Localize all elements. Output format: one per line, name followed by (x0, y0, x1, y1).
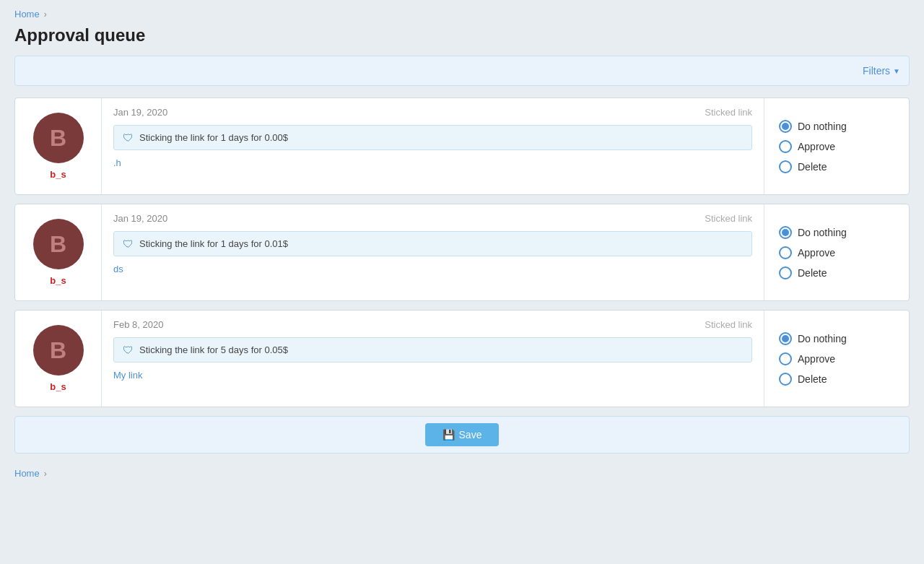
avatar: B (33, 219, 84, 269)
breadcrumb-home-link[interactable]: Home (14, 9, 40, 19)
save-button[interactable]: 💾 Save (425, 423, 500, 446)
filters-button[interactable]: Filters ▼ (863, 65, 900, 77)
radio-circle[interactable] (779, 332, 792, 345)
radio-circle[interactable] (779, 352, 792, 365)
actions-col: Do nothing Approve Delete (764, 98, 909, 194)
bottom-breadcrumb: Home › (14, 468, 910, 479)
queue-item: B b_s Feb 8, 2020 Sticked link 🛡 Stickin… (14, 310, 910, 407)
chevron-down-icon: ▼ (893, 67, 900, 75)
link-text[interactable]: My link (113, 370, 752, 381)
radio-circle[interactable] (779, 266, 792, 279)
radio-label: Delete (798, 373, 827, 385)
page-title: Approval queue (14, 25, 910, 45)
bottom-breadcrumb-home-link[interactable]: Home (14, 468, 40, 479)
item-date: Jan 19, 2020 (113, 213, 167, 224)
save-label: Save (459, 429, 482, 441)
content-col: Jan 19, 2020 Sticked link 🛡 Sticking the… (102, 98, 764, 194)
queue-item: B b_s Jan 19, 2020 Sticked link 🛡 Sticki… (14, 97, 910, 195)
radio-circle[interactable] (779, 140, 792, 153)
username: b_s (50, 381, 66, 392)
item-date: Jan 19, 2020 (113, 107, 167, 118)
item-type: Sticked link (705, 213, 752, 224)
radio-circle[interactable] (779, 120, 792, 133)
queue-item: B b_s Jan 19, 2020 Sticked link 🛡 Sticki… (14, 204, 910, 301)
user-col: B b_s (15, 204, 102, 300)
sticking-box: 🛡 Sticking the link for 1 days for 0.01$ (113, 231, 752, 256)
username: b_s (50, 169, 66, 180)
radio-label: Approve (798, 141, 835, 152)
sticking-box: 🛡 Sticking the link for 1 days for 0.00$ (113, 125, 752, 150)
radio-circle[interactable] (779, 160, 792, 173)
item-type: Sticked link (705, 319, 752, 330)
shield-icon: 🛡 (123, 344, 134, 356)
save-icon: 💾 (443, 429, 455, 441)
radio-option[interactable]: Do nothing (779, 226, 894, 239)
radio-circle[interactable] (779, 373, 792, 386)
queue-container: B b_s Jan 19, 2020 Sticked link 🛡 Sticki… (14, 97, 910, 407)
radio-label: Do nothing (798, 333, 847, 344)
avatar: B (33, 113, 84, 163)
radio-circle[interactable] (779, 226, 792, 239)
radio-option[interactable]: Approve (779, 246, 894, 259)
save-bar: 💾 Save (14, 416, 910, 454)
content-col: Feb 8, 2020 Sticked link 🛡 Sticking the … (102, 311, 764, 407)
sticking-text: Sticking the link for 1 days for 0.01$ (139, 238, 288, 249)
radio-option[interactable]: Approve (779, 352, 894, 365)
item-header: Feb 8, 2020 Sticked link (113, 319, 752, 330)
user-col: B b_s (15, 311, 102, 407)
user-col: B b_s (15, 98, 102, 194)
item-header: Jan 19, 2020 Sticked link (113, 213, 752, 224)
radio-circle[interactable] (779, 246, 792, 259)
content-col: Jan 19, 2020 Sticked link 🛡 Sticking the… (102, 204, 764, 300)
item-date: Feb 8, 2020 (113, 319, 163, 330)
shield-icon: 🛡 (123, 131, 134, 144)
sticking-text: Sticking the link for 1 days for 0.00$ (139, 132, 288, 143)
radio-label: Do nothing (798, 227, 847, 238)
actions-col: Do nothing Approve Delete (764, 311, 909, 407)
shield-icon: 🛡 (123, 238, 134, 250)
radio-option[interactable]: Delete (779, 266, 894, 279)
radio-label: Delete (798, 267, 827, 279)
sticking-box: 🛡 Sticking the link for 5 days for 0.05$ (113, 337, 752, 363)
radio-label: Do nothing (798, 121, 847, 132)
filters-label: Filters (863, 65, 890, 77)
breadcrumb-separator: › (44, 9, 47, 19)
radio-label: Delete (798, 161, 827, 173)
avatar: B (33, 325, 84, 376)
radio-option[interactable]: Do nothing (779, 120, 894, 133)
radio-label: Approve (798, 353, 835, 365)
radio-option[interactable]: Delete (779, 160, 894, 173)
sticking-text: Sticking the link for 5 days for 0.05$ (139, 344, 288, 355)
username: b_s (50, 275, 66, 286)
radio-option[interactable]: Approve (779, 140, 894, 153)
item-header: Jan 19, 2020 Sticked link (113, 107, 752, 118)
actions-col: Do nothing Approve Delete (764, 204, 909, 300)
breadcrumb: Home › (14, 9, 910, 19)
bottom-breadcrumb-separator: › (44, 469, 47, 479)
filter-bar: Filters ▼ (14, 56, 910, 86)
radio-label: Approve (798, 247, 835, 259)
link-text[interactable]: .h (113, 157, 752, 168)
item-type: Sticked link (705, 107, 752, 118)
link-text[interactable]: ds (113, 264, 752, 274)
radio-option[interactable]: Delete (779, 373, 894, 386)
radio-option[interactable]: Do nothing (779, 332, 894, 345)
